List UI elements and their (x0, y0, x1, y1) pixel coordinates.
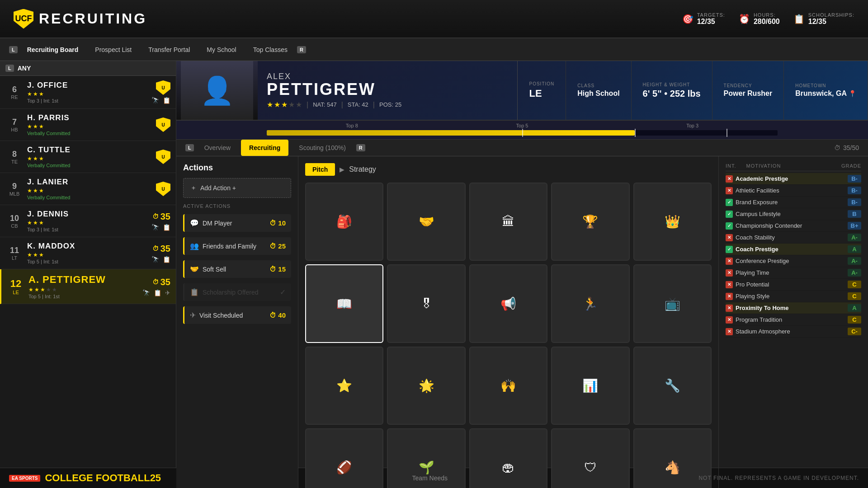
pitch-item-shield[interactable]: 🛡 (551, 428, 629, 488)
action-visit-scheduled[interactable]: ✈ Visit Scheduled ⏱ 40 (183, 306, 291, 324)
tabs-bar: L Overview Recruiting Scouting (100%) R … (176, 140, 868, 156)
motivation-row-coach-stability: ✕ Coach Stability A- (726, 232, 861, 244)
game-title: COLLEGE FOOTBALL25 (45, 472, 161, 484)
check-indicator: ✓ (726, 199, 733, 206)
check-icon: ✓ (280, 288, 286, 296)
nav-r-badge[interactable]: R (297, 46, 306, 53)
hours-stat: ⏰ Hours: 280/600 (739, 12, 780, 26)
pitch-item-wrench[interactable]: 🔧 (633, 347, 712, 425)
hours-value: 280/600 (754, 18, 780, 26)
tab-recruiting[interactable]: Recruiting (241, 140, 288, 156)
list-item[interactable]: 9 MLB J. LANIER ★★★ Verbally Committed U (0, 173, 176, 205)
check-indicator: ✓ (726, 211, 733, 218)
clock-icon: ⏱ (269, 242, 276, 250)
pitch-item-star[interactable]: ⭐ (305, 347, 383, 425)
strategy-label: Strategy (349, 165, 376, 174)
height-weight-block: HEIGHT & WEIGHT 6' 5" • 252 lbs (632, 61, 712, 120)
motivation-header: INT. MOTIVATION GRADE (726, 161, 861, 171)
action-soft-sell[interactable]: 🤝 Soft Sell ⏱ 15 (183, 260, 291, 278)
motivation-row-campus-lifestyle: ✓ Campus Lifestyle B (726, 208, 861, 220)
add-action-button[interactable]: ＋ Add Action + (183, 178, 291, 198)
progress-top5: Top 5 (516, 123, 528, 128)
motivation-row-pro-potential: ✕ Pro Potential C (726, 279, 861, 291)
friends-icon: 👥 (190, 242, 199, 250)
clipboard-icon: 📋 (154, 289, 161, 296)
action-scholarship-offered[interactable]: 📋 Scholarship Offered ✓ (183, 283, 291, 301)
list-item-selected[interactable]: 12 LE A. PETTIGREW ★★★★★ Top 5 | Int: 1s… (0, 269, 176, 304)
player-rating-row: ★ ★ ★ ★ ★ | NAT: 547 | STA: 42 | POS: 25 (267, 100, 508, 109)
nav-transfer-portal[interactable]: Transfer Portal (141, 42, 197, 57)
ucf-logo-icon: U (156, 117, 170, 132)
nav-l-badge[interactable]: L (9, 46, 18, 53)
pitch-item-crown[interactable]: 👑 (633, 183, 712, 261)
pitch-item-tv[interactable]: 📺 (633, 264, 712, 343)
pitch-item-trophy[interactable]: 🏆 (551, 183, 629, 261)
pitch-item-glowing-star[interactable]: 🌟 (387, 347, 465, 425)
pos-rating: POS: 25 (379, 101, 401, 108)
pitch-item-medal[interactable]: 🎖 (387, 264, 465, 343)
x-indicator: ✕ (726, 305, 733, 312)
filter-badge[interactable]: L (5, 65, 14, 72)
soft-sell-icon: 🤝 (190, 265, 199, 273)
ucf-logo-icon: U (156, 80, 170, 95)
player-lastname: PETTIGREW (267, 81, 508, 98)
pitch-item-book[interactable]: 📖 (305, 264, 383, 343)
hours-label: Hours: (754, 12, 780, 18)
nat-rating: NAT: 547 (313, 101, 337, 108)
filter-value: ANY (18, 65, 31, 72)
scholarships-icon: 📋 (793, 14, 805, 24)
pitch-item-football[interactable]: 🏈 (305, 428, 383, 488)
nav-prospect-list[interactable]: Prospect List (88, 42, 139, 57)
list-item[interactable]: 6 RE J. OFFICE ★★★ Top 3 | Int: 1st U 🔭 … (0, 76, 176, 109)
tabs-l-badge[interactable]: L (185, 144, 194, 151)
targets-stat: 🎯 Targets: 12/35 (682, 12, 725, 26)
motivation-row-academic-prestige: ✕ Academic Prestige B- (726, 173, 861, 185)
targets-label: Targets: (697, 12, 725, 18)
clock-icon: ⏱ (834, 144, 840, 151)
nav-my-school[interactable]: My School (199, 42, 243, 57)
ea-badge: EA SPORTS (9, 475, 40, 482)
content-area: Actions ＋ Add Action + ACTIVE ACTIONS 💬 … (176, 156, 868, 488)
top-bar-stats: 🎯 Targets: 12/35 ⏰ Hours: 280/600 📋 Scho… (682, 12, 854, 26)
pitch-button[interactable]: Pitch (305, 163, 335, 176)
tab-scouting[interactable]: Scouting (100%) (291, 140, 354, 156)
action-friends-family[interactable]: 👥 Friends and Family ⏱ 25 (183, 237, 291, 255)
nav-top-classes[interactable]: Top Classes (246, 42, 295, 57)
progress-top8: Top 8 (346, 123, 358, 128)
scholarships-value: 12/35 (808, 18, 854, 26)
pitch-item-runner[interactable]: 🏃 (551, 264, 629, 343)
filter-bar: L ANY (0, 61, 176, 76)
x-indicator: ✕ (726, 175, 733, 183)
nav-recruiting-board[interactable]: Recruiting Board (20, 42, 86, 57)
clock-icon: ⏱ (152, 278, 159, 286)
clipboard-icon: 📋 (163, 97, 170, 104)
progress-bar-track (267, 130, 778, 136)
pitch-item-chart[interactable]: 📊 (551, 347, 629, 425)
clock-icon: ⏱ (152, 245, 159, 252)
check-indicator: ✓ (726, 222, 733, 230)
list-item[interactable]: 7 HB H. PARRIS ★★★ Verbally Committed U (0, 109, 176, 141)
motivation-row-conference-prestige: ✕ Conference Prestige A- (726, 255, 861, 267)
list-item[interactable]: 11 LT K. MADDOX ★★★ Top 5 | Int: 1st ⏱ 3… (0, 237, 176, 269)
pitch-item-handshake[interactable]: 🤝 (387, 183, 465, 261)
action-dm-player[interactable]: 💬 DM Player ⏱ 10 (183, 214, 291, 232)
pitch-item-hands-up[interactable]: 🙌 (469, 347, 547, 425)
hours-icon: ⏰ (739, 14, 750, 24)
tab-overview[interactable]: Overview (196, 140, 239, 156)
motivation-row-program-tradition: ✕ Program Tradition C (726, 314, 861, 326)
pitch-item-stadium[interactable]: 🏟 (469, 428, 547, 488)
clock-icon: ⏱ (269, 219, 276, 227)
hometown-block: HOMETOWN Brunswick, GA 📍 (784, 61, 868, 120)
pitch-item-megaphone[interactable]: 📢 (469, 264, 547, 343)
pitch-grid: 🎒 🤝 🏛 🏆 👑 📖 🎖 📢 🏃 📺 ⭐ 🌟 🙌 📊 (305, 183, 712, 488)
progress-top3: Top 3 (686, 123, 698, 128)
x-indicator: ✕ (726, 328, 733, 335)
motivation-row-brand-exposure: ✓ Brand Exposure B- (726, 197, 861, 208)
list-item[interactable]: 8 TE C. TUTTLE ★★★ Verbally Committed U (0, 141, 176, 173)
pitch-item-backpack[interactable]: 🎒 (305, 183, 383, 261)
player-header: 👤 ALEX PETTIGREW ★ ★ ★ ★ ★ | NAT: 547 | (176, 61, 868, 121)
list-item[interactable]: 10 CB J. DENNIS ★★★ Top 3 | Int: 1st ⏱ 3… (0, 205, 176, 237)
disclaimer: NOT FINAL. REPRESENTS A GAME IN DEVELOPM… (698, 475, 859, 481)
tabs-r-badge[interactable]: R (356, 144, 365, 151)
pitch-item-institution[interactable]: 🏛 (469, 183, 547, 261)
